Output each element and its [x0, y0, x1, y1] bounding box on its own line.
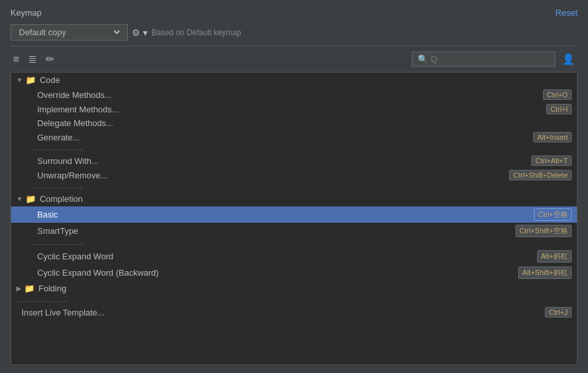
generate-label: Generate...: [16, 133, 533, 142]
item-cyclic-expand-word-backward[interactable]: Cyclic Expand Word (Backward) Alt+Shift+…: [11, 265, 577, 281]
chevron-completion: ▼: [16, 195, 23, 203]
category-code-label: Code: [40, 75, 60, 85]
category-completion[interactable]: ▼ 📁 Completion: [11, 191, 577, 206]
category-folding-label: Folding: [39, 284, 67, 293]
edit-icon-button[interactable]: ✏: [43, 52, 57, 67]
reset-button[interactable]: Reset: [555, 8, 578, 18]
separator-4: --------------: [11, 296, 577, 305]
keymap-panel: Keymap Reset Default copy Default Eclips…: [0, 0, 588, 373]
generate-shortcut: Alt+Insert: [533, 132, 572, 142]
item-basic[interactable]: Basic Ctrl+空格: [11, 206, 577, 223]
based-on-label: Based on Default keymap: [151, 28, 241, 37]
cyclic-expand-word-backward-label: Cyclic Expand Word (Backward): [16, 268, 518, 278]
override-methods-label: Override Methods...: [16, 90, 543, 100]
item-unwrap-remove[interactable]: Unwrap/Remove... Ctrl+Shift+Delete: [11, 168, 577, 182]
gear-dropdown-arrow: ▾: [143, 27, 147, 38]
separator-3: --------------: [11, 239, 577, 248]
list-icon: ≡: [13, 54, 19, 65]
item-surround-with[interactable]: Surround With... Ctrl+Alt+T: [11, 154, 577, 168]
folder-code-icon: 📁: [25, 75, 36, 85]
basic-label: Basic: [16, 210, 534, 219]
filter-icon-1[interactable]: ≡: [10, 52, 22, 67]
item-cyclic-expand-word[interactable]: Cyclic Expand Word Alt+斜杠: [11, 248, 577, 265]
filter-row: ≡ ≣ ✏ 🔍 👤: [10, 46, 578, 67]
item-generate[interactable]: Generate... Alt+Insert: [11, 130, 577, 144]
separator-1: --------------: [11, 144, 577, 154]
item-smarttype[interactable]: SmartType Ctrl+Shift+空格: [11, 223, 577, 239]
unwrap-remove-label: Unwrap/Remove...: [16, 170, 509, 180]
insert-live-template-label: Insert Live Template...: [16, 308, 545, 317]
search-box[interactable]: 🔍: [412, 52, 555, 67]
item-delegate-methods[interactable]: Delegate Methods...: [11, 116, 577, 130]
surround-with-shortcut: Ctrl+Alt+T: [531, 155, 572, 166]
pencil-icon: ✏: [46, 54, 54, 65]
filter-icon-2[interactable]: ≣: [25, 52, 39, 67]
separator-2: --------------: [11, 182, 577, 191]
keymap-dropdown[interactable]: Default copy Default Eclipse Emacs NetBe…: [10, 24, 128, 41]
chevron-code: ▼: [16, 76, 23, 84]
category-folding[interactable]: ▶ 📁 Folding: [11, 281, 577, 296]
keymap-select[interactable]: Default copy Default Eclipse Emacs NetBe…: [16, 27, 122, 38]
cyclic-expand-word-shortcut: Alt+斜杠: [537, 250, 572, 263]
delegate-methods-label: Delegate Methods...: [16, 118, 572, 128]
smarttype-label: SmartType: [16, 226, 516, 236]
implement-methods-label: Implement Methods...: [16, 105, 546, 114]
user-icon-button[interactable]: 👤: [559, 52, 578, 67]
gear-icon: ⚙: [132, 27, 140, 38]
user-icon: 👤: [562, 54, 575, 65]
toolbar-row: Default copy Default Eclipse Emacs NetBe…: [10, 24, 578, 41]
gear-button[interactable]: ⚙ ▾: [132, 27, 147, 38]
category-code[interactable]: ▼ 📁 Code: [11, 73, 577, 88]
panel-header: Keymap Reset: [10, 8, 578, 18]
implement-methods-shortcut: Ctrl+I: [546, 104, 572, 114]
cyclic-expand-word-backward-shortcut: Alt+Shift+斜杠: [518, 267, 572, 279]
insert-live-template-shortcut: Ctrl+J: [545, 307, 572, 317]
keymap-tree: ▼ 📁 Code Override Methods... Ctrl+O Impl…: [10, 72, 578, 365]
override-methods-shortcut: Ctrl+O: [543, 89, 572, 100]
surround-with-label: Surround With...: [16, 156, 531, 166]
chevron-folding: ▶: [16, 285, 22, 292]
panel-title: Keymap: [10, 8, 42, 18]
folder-completion-icon: 📁: [25, 194, 36, 204]
unwrap-remove-shortcut: Ctrl+Shift+Delete: [509, 170, 572, 180]
search-input[interactable]: [431, 54, 549, 64]
folder-folding-icon: 📁: [24, 284, 35, 293]
list-details-icon: ≣: [28, 54, 37, 65]
search-icon: 🔍: [418, 54, 428, 64]
item-insert-live-template[interactable]: Insert Live Template... Ctrl+J: [11, 305, 577, 319]
item-override-methods[interactable]: Override Methods... Ctrl+O: [11, 88, 577, 102]
cyclic-expand-word-label: Cyclic Expand Word: [16, 251, 537, 261]
smarttype-shortcut: Ctrl+Shift+空格: [516, 225, 572, 237]
item-implement-methods[interactable]: Implement Methods... Ctrl+I: [11, 102, 577, 116]
category-completion-label: Completion: [40, 194, 83, 204]
basic-shortcut: Ctrl+空格: [534, 208, 572, 221]
